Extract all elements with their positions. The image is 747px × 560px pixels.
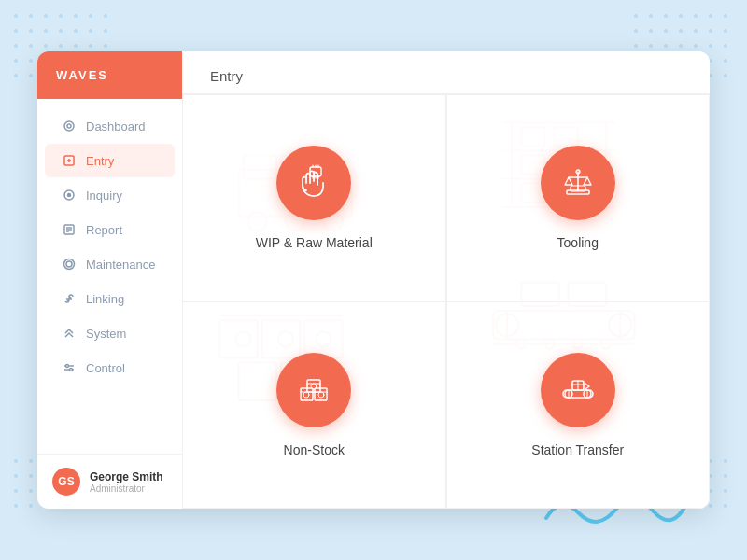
wip-icon-circle [276,146,351,220]
user-name: George Smith [90,470,163,483]
svg-point-75 [303,392,309,398]
linking-icon [62,291,77,306]
sidebar-item-report[interactable]: Report [45,213,175,246]
card-label-non-stock: Non-Stock [284,442,345,457]
avatar-initials: GS [58,475,74,488]
sidebar-item-label: Inquiry [86,189,122,203]
svg-point-16 [70,369,73,371]
tooling-icon [559,164,597,202]
sidebar-item-system[interactable]: System [45,316,175,350]
card-wip-raw-material[interactable]: WIP & Raw Material [182,94,446,301]
system-icon [62,326,77,341]
card-tooling[interactable]: Tooling [446,94,711,301]
svg-point-6 [68,194,71,197]
card-label-station-transfer: Station Transfer [531,442,624,457]
sidebar-item-label: Report [86,223,122,237]
avatar: GS [52,468,80,496]
svg-point-77 [311,384,317,389]
control-icon [62,360,77,375]
main-content: Entry [182,51,710,509]
user-profile[interactable]: GS George Smith Administrator [37,454,182,509]
sidebar-item-linking[interactable]: Linking [45,282,175,315]
card-label-tooling: Tooling [557,235,599,250]
tooling-icon-circle [541,146,615,220]
wip-icon [295,164,332,202]
non-stock-icon [295,371,332,409]
page-title: Entry [182,51,710,94]
svg-point-1 [67,124,71,128]
user-info: George Smith Administrator [90,470,163,494]
sidebar-item-control[interactable]: Control [45,351,175,385]
dashboard-icon [62,119,77,133]
sidebar-item-inquiry[interactable]: Inquiry [45,178,175,212]
sidebar-item-maintenance[interactable]: Maintenance [45,247,175,281]
card-label-wip: WIP & Raw Material [256,235,373,250]
report-icon [62,222,77,237]
svg-point-15 [66,365,69,368]
inquiry-icon [62,188,77,203]
station-transfer-icon [559,371,597,409]
svg-point-11 [66,261,72,267]
app-name: WAVES [56,68,108,82]
maintenance-icon [62,257,77,272]
sidebar-nav: Dashboard Entry Inquiry Report [37,99,182,454]
sidebar-item-label: System [86,327,126,341]
card-station-transfer[interactable]: Station Transfer [446,301,711,509]
header-label: Entry [210,68,243,84]
sidebar: WAVES Dashboard Entry Inquiry [37,51,182,509]
sidebar-item-dashboard[interactable]: Dashboard [45,109,175,143]
svg-rect-71 [307,380,320,392]
app-container: WAVES Dashboard Entry Inquiry [37,51,710,509]
cards-grid: WIP & Raw Material [182,94,710,509]
sidebar-item-label: Linking [86,292,124,306]
user-role: Administrator [90,483,163,494]
svg-point-76 [318,392,324,398]
svg-point-12 [64,259,75,270]
svg-rect-78 [563,390,593,398]
app-logo: WAVES [37,51,182,99]
sidebar-item-entry[interactable]: Entry [45,144,175,177]
card-non-stock[interactable]: Non-Stock [182,301,446,509]
sidebar-item-label: Entry [86,154,114,168]
non-stock-icon-circle [276,353,351,427]
svg-point-0 [64,121,74,131]
sidebar-item-label: Dashboard [86,119,146,133]
sidebar-item-label: Maintenance [86,258,155,272]
sidebar-item-label: Control [86,361,125,375]
entry-icon [62,153,77,168]
station-transfer-icon-circle [541,353,615,427]
